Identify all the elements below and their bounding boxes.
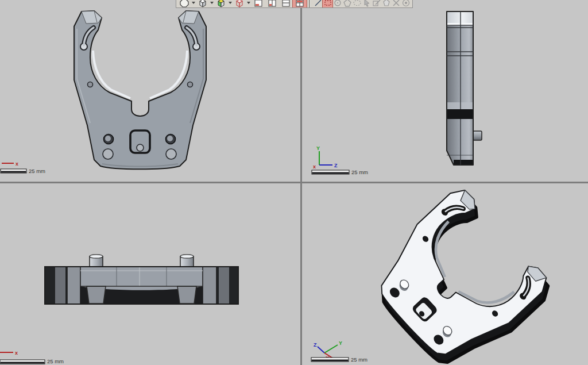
viewport-splitter-horizontal[interactable] <box>0 182 588 183</box>
scale-label: 25 mm <box>351 169 368 175</box>
ellipse-tool-icon[interactable] <box>352 0 362 7</box>
front-view-part[interactable] <box>74 11 206 169</box>
rectangle-tool-icon[interactable] <box>323 0 332 7</box>
iso-view-part[interactable] <box>362 185 554 365</box>
polygon-tool-icon[interactable] <box>342 0 352 7</box>
iso-part-top-face[interactable] <box>362 185 552 365</box>
axis-z-label: Z <box>314 342 317 348</box>
viewport-two-horizontal-icon[interactable] <box>265 0 279 7</box>
side-pin <box>473 131 482 140</box>
axis-triad-bottom: x <box>0 350 18 356</box>
side-view-part[interactable] <box>447 11 482 165</box>
viewport-side[interactable]: Y Z x 25 mm <box>302 0 588 182</box>
shape-tool-icon[interactable] <box>381 0 391 7</box>
scale-bar-side: 25 mm <box>312 169 368 175</box>
front-center-pocket <box>130 130 150 153</box>
axis-z-label: Z <box>334 163 338 168</box>
axis-y-label: Y <box>316 145 320 151</box>
viewport-iso[interactable]: Z Y X 25 mm <box>301 182 588 365</box>
apply-scene-dropdown[interactable] <box>227 0 233 7</box>
side-outline[interactable] <box>447 11 473 165</box>
display-appearance-icon[interactable] <box>233 0 245 7</box>
bottom-pins <box>90 255 194 268</box>
front-prong-caps <box>82 11 199 24</box>
apply-scene-icon[interactable] <box>215 0 227 7</box>
display-style-dropdown[interactable] <box>208 0 215 7</box>
axis-x-label: x <box>15 350 18 356</box>
iso-prong-caps <box>457 190 547 285</box>
axis-y-label: Y <box>339 340 342 346</box>
scale-bar-iso: 25 mm <box>311 356 368 363</box>
side-light-band <box>447 102 473 109</box>
viewport-bottom[interactable]: x 25 mm <box>0 183 300 365</box>
display-appearance-dropdown[interactable] <box>245 0 252 7</box>
cad-canvas: x 25 mm <box>0 0 588 365</box>
view-orientation-icon[interactable] <box>178 0 190 7</box>
scale-label: 25 mm <box>47 358 64 364</box>
toolbar-separator <box>309 0 311 7</box>
scale-label: 25 mm <box>29 168 45 174</box>
side-bottom-band <box>454 160 473 164</box>
view-orientation-dropdown[interactable] <box>190 0 196 7</box>
scale-bar-bottom: 25 mm <box>0 358 64 364</box>
viewport-two-vertical-icon[interactable] <box>279 0 293 7</box>
viewport-four-icon[interactable] <box>293 0 307 7</box>
line-tool-icon[interactable] <box>313 0 323 7</box>
viewport-front[interactable]: x 25 mm <box>0 0 300 182</box>
axis-x-label: x <box>16 161 18 167</box>
view-toolbar <box>176 0 413 8</box>
scale-label: 25 mm <box>351 356 368 363</box>
scale-bar-front: 25 mm <box>1 168 45 174</box>
edit-sketch-tool-icon[interactable] <box>372 0 381 7</box>
bottom-view-part[interactable] <box>45 255 238 304</box>
target-tool-icon[interactable] <box>401 0 411 7</box>
side-dark-band <box>447 109 473 119</box>
circle-tool-icon[interactable] <box>332 0 342 7</box>
axis-x-label: x <box>313 164 316 170</box>
viewport-single-icon[interactable] <box>252 0 265 7</box>
select-arrow-tool-icon[interactable] <box>362 0 372 7</box>
axis-triad-front: x <box>2 161 18 167</box>
display-style-icon[interactable] <box>196 0 208 7</box>
trim-tool-icon[interactable] <box>391 0 401 7</box>
axis-triad-side: Y Z x <box>313 145 338 170</box>
